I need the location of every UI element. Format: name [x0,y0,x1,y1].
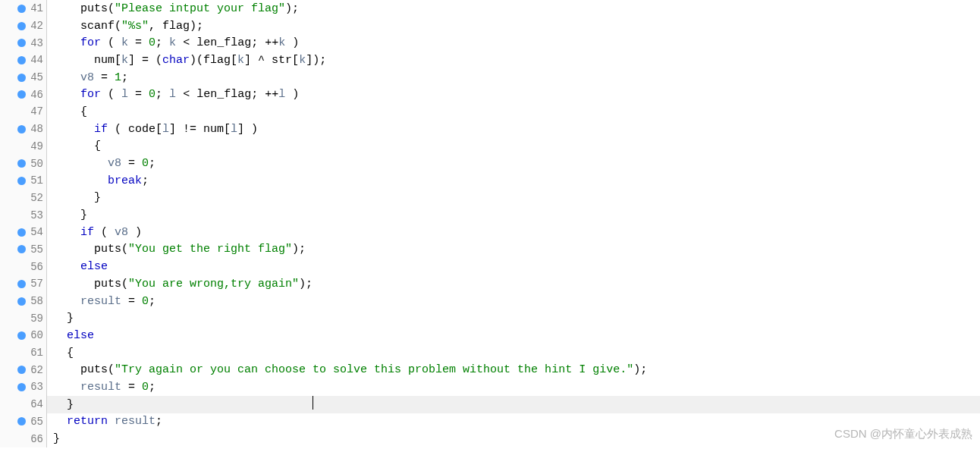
code-text[interactable]: for ( l = 0; l < len_flag; ++l ) [47,88,299,101]
code-text[interactable]: v8 = 1; [47,71,128,84]
code-line[interactable]: 42 scanf("%s", flag); [0,17,980,35]
gutter[interactable]: 51 [0,172,47,190]
breakpoint-slot[interactable] [17,108,26,116]
code-line[interactable]: 56 else [0,258,980,275]
code-line[interactable]: 54 if ( v8 ) [0,224,980,241]
code-line[interactable]: 55 puts("You get the right flag"); [0,241,980,259]
code-text[interactable]: v8 = 0; [47,157,155,170]
breakpoint-icon[interactable] [17,297,26,306]
gutter[interactable]: 48 [0,121,47,138]
gutter[interactable]: 60 [0,327,47,344]
breakpoint-slot[interactable] [17,400,26,409]
code-line[interactable]: 45 v8 = 1; [0,69,980,86]
gutter[interactable]: 58 [0,293,47,310]
gutter[interactable]: 66 [0,430,47,447]
code-line[interactable]: 62 puts("Try again or you can choose to … [0,361,980,378]
code-line[interactable]: 66} [0,430,980,447]
gutter[interactable]: 42 [0,17,47,35]
breakpoint-icon[interactable] [17,280,26,288]
gutter[interactable]: 61 [0,344,47,362]
breakpoint-icon[interactable] [17,228,26,237]
code-editor[interactable]: 41 puts("Please intput your flag");42 sc… [0,0,980,447]
breakpoint-icon[interactable] [17,245,26,253]
code-text[interactable]: { [47,347,74,360]
gutter[interactable]: 41 [0,0,47,17]
gutter[interactable]: 62 [0,361,47,378]
code-text[interactable]: result = 0; [47,381,155,394]
breakpoint-icon[interactable] [17,417,26,425]
breakpoint-icon[interactable] [17,177,26,185]
code-text[interactable]: num[k] = (char)(flag[k] ^ str[k]); [47,54,326,67]
code-line[interactable]: 58 result = 0; [0,293,980,310]
breakpoint-slot[interactable] [17,435,26,443]
code-text[interactable]: else [47,329,94,342]
breakpoint-icon[interactable] [17,90,26,99]
code-text[interactable]: result = 0; [47,295,155,308]
gutter[interactable]: 49 [0,138,47,155]
gutter[interactable]: 64 [0,396,47,413]
gutter[interactable]: 55 [0,241,47,259]
code-text[interactable]: { [47,140,101,152]
code-line[interactable]: 53 } [0,206,980,224]
gutter[interactable]: 46 [0,86,47,103]
gutter[interactable]: 45 [0,69,47,86]
code-line[interactable]: 64 } [0,396,980,413]
code-text[interactable]: } [47,432,60,445]
code-text[interactable]: } [47,209,87,221]
breakpoint-icon[interactable] [17,125,26,133]
breakpoint-icon[interactable] [17,22,26,30]
code-line[interactable]: 48 if ( code[l] != num[l] ) [0,121,980,138]
code-line[interactable]: 50 v8 = 0; [0,155,980,172]
code-text[interactable]: return result; [47,415,162,428]
gutter[interactable]: 43 [0,34,47,52]
breakpoint-icon[interactable] [17,331,26,340]
breakpoint-slot[interactable] [17,314,26,322]
code-line[interactable]: 46 for ( l = 0; l < len_flag; ++l ) [0,86,980,103]
breakpoint-icon[interactable] [17,159,26,168]
gutter[interactable]: 50 [0,155,47,172]
code-text[interactable]: if ( code[l] != num[l] ) [47,123,258,136]
gutter[interactable]: 47 [0,103,47,121]
breakpoint-icon[interactable] [17,383,26,391]
code-line[interactable]: 43 for ( k = 0; k < len_flag; ++k ) [0,34,980,52]
breakpoint-icon[interactable] [17,56,26,64]
gutter[interactable]: 44 [0,52,47,69]
code-line[interactable]: 57 puts("You are wrong,try again"); [0,275,980,293]
gutter[interactable]: 63 [0,378,47,396]
code-text[interactable]: if ( v8 ) [47,226,142,239]
code-line[interactable]: 61 { [0,344,980,362]
breakpoint-slot[interactable] [17,349,26,357]
code-text[interactable]: scanf("%s", flag); [47,20,203,33]
breakpoint-icon[interactable] [17,5,26,13]
code-text[interactable]: puts("You get the right flag"); [47,243,306,256]
code-line[interactable]: 52 } [0,190,980,207]
gutter[interactable]: 56 [0,258,47,275]
code-line[interactable]: 47 { [0,103,980,121]
gutter[interactable]: 54 [0,224,47,241]
gutter[interactable]: 52 [0,190,47,207]
code-line[interactable]: 59 } [0,309,980,327]
breakpoint-icon[interactable] [17,366,26,374]
gutter[interactable]: 59 [0,309,47,327]
breakpoint-slot[interactable] [17,193,26,202]
code-line[interactable]: 63 result = 0; [0,378,980,396]
code-text[interactable]: } [47,191,101,204]
code-line[interactable]: 60 else [0,327,980,344]
code-line[interactable]: 44 num[k] = (char)(flag[k] ^ str[k]); [0,52,980,69]
breakpoint-slot[interactable] [17,262,26,271]
code-text[interactable]: puts("You are wrong,try again"); [47,278,313,290]
code-line[interactable]: 65 return result; [0,413,980,431]
gutter[interactable]: 65 [0,413,47,431]
gutter[interactable]: 57 [0,275,47,293]
code-line[interactable]: 51 break; [0,172,980,190]
code-text[interactable]: puts("Try again or you can choose to sol… [47,363,647,376]
breakpoint-slot[interactable] [17,142,26,150]
code-text[interactable]: } [47,397,313,411]
breakpoint-icon[interactable] [17,74,26,82]
code-text[interactable]: break; [47,174,149,187]
gutter[interactable]: 53 [0,206,47,224]
code-text[interactable]: for ( k = 0; k < len_flag; ++k ) [47,36,299,49]
code-line[interactable]: 49 { [0,138,980,155]
code-text[interactable]: else [47,260,108,273]
code-text[interactable]: puts("Please intput your flag"); [47,2,299,15]
